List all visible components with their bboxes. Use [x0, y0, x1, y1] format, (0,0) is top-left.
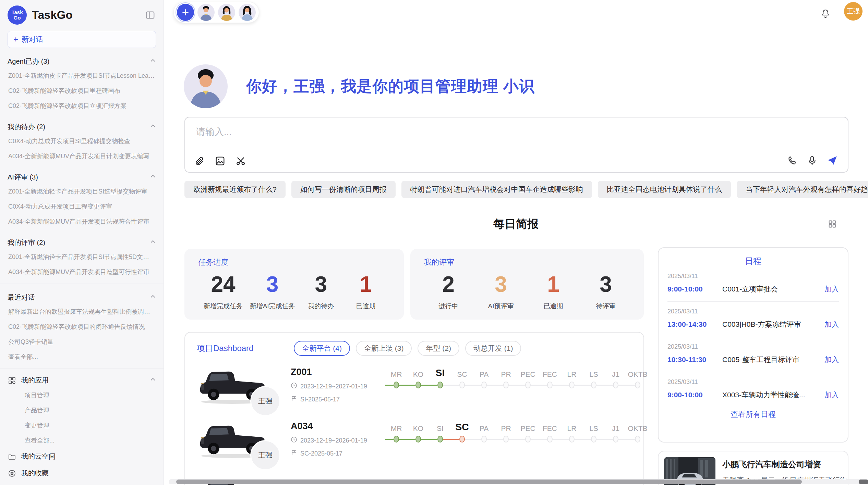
milestone: SI — [429, 420, 451, 464]
chat-input[interactable] — [195, 126, 780, 138]
stat-label: 我的待办 — [308, 302, 334, 311]
milestone-label: LR — [561, 365, 583, 381]
milestone-dot — [547, 382, 553, 388]
sidebar-task-item[interactable]: Z001-全新燃油轻卡产品开发项目SI节点属性5D文件评审 — [8, 249, 156, 264]
milestone-dot — [415, 382, 421, 388]
mic-icon[interactable] — [807, 155, 818, 166]
logo-line1: Task — [11, 10, 23, 15]
project-list: 王强Z0012023-12-19~2027-01-19SI-2025-05-17… — [185, 365, 643, 485]
recent-chats-header[interactable]: 最近对话 — [8, 291, 156, 304]
bell-icon[interactable] — [820, 8, 831, 19]
sidebar-task-item[interactable]: C0X4-动力总成开发项目SI里程碑提交物检查 — [8, 134, 156, 149]
milestone-label: PEC — [517, 365, 539, 381]
schedule-time: 10:30-11:30 — [667, 356, 722, 364]
stats-row-0: 24新增完成任务3新增AI完成任务3我的待办1已逾期 — [198, 273, 390, 311]
sidebar-task-item[interactable]: A034-全新新能源MUV产品开发项目造型可行性评审 — [8, 264, 156, 279]
sidebar-item-my-apps[interactable]: 我的应用 — [8, 373, 156, 388]
project-dashboard-card: 项目Dashboard 全新平台 (4)全新上装 (3)年型 (2)动总开发 (… — [184, 332, 644, 485]
milestone: LS — [583, 365, 605, 410]
milestone-dot — [635, 436, 640, 443]
milestone-track: MRKOSISCPAPRPECFECLRLSJ1OKTB — [385, 365, 649, 410]
milestone-label: SC — [451, 365, 473, 381]
recent-chat-item[interactable]: 解释最新出台的欧盟报废车法规再生塑料比例被调至15%... — [8, 304, 156, 319]
sidebar-task-item[interactable]: C0X4-动力总成开发项目工程变更评审 — [8, 199, 156, 214]
section-header[interactable]: AI评审 (3) — [8, 171, 156, 184]
join-button[interactable]: 加入 — [824, 320, 839, 329]
dashboard-tabs: 全新平台 (4)全新上装 (3)年型 (2)动总开发 (1) — [294, 341, 521, 356]
app-item[interactable]: 变更管理 — [8, 418, 156, 433]
recent-view-all[interactable]: 查看全部... — [8, 349, 156, 364]
milestone-label: SI — [429, 365, 451, 381]
milestone: J1 — [605, 420, 627, 464]
sidebar-task-item[interactable]: C02-飞腾新能源轻客改款项目立项汇报方案 — [8, 98, 156, 113]
paperclip-icon[interactable] — [195, 156, 205, 166]
milestone-label: SC — [451, 420, 473, 435]
member-avatar[interactable] — [197, 4, 215, 21]
image-icon[interactable] — [215, 156, 226, 166]
user-avatar[interactable]: 王强 — [844, 2, 863, 21]
recent-chat-item[interactable]: C02-飞腾新能源轻客改款项目的闭环通告反馈情况 — [8, 319, 156, 334]
stat-label: 待评审 — [596, 302, 616, 311]
suggestion-chip[interactable]: 当下年轻人对汽车外观有怎样的喜好趋势 — [737, 181, 868, 198]
milestone-label: KO — [407, 420, 429, 435]
stat: 2进行中 — [430, 273, 467, 311]
member-avatar[interactable] — [239, 4, 256, 21]
new-chat-button[interactable]: + 新对话 — [8, 31, 156, 48]
view-all-schedule[interactable]: 查看所有日程 — [659, 409, 848, 420]
milestone-label: LS — [583, 420, 605, 435]
scrollbar-right-segment[interactable] — [859, 480, 868, 484]
sidebar-header: Task Go TaskGo — [8, 5, 156, 25]
sidebar-task-item[interactable]: A034-全新新能源MUV产品开发项目法规符合性评审 — [8, 214, 156, 229]
milestone-dot — [503, 382, 509, 388]
join-button[interactable]: 加入 — [824, 390, 839, 400]
dashboard-tab[interactable]: 年型 (2) — [418, 341, 459, 356]
scissors-icon[interactable] — [235, 156, 246, 166]
suggestion-chip[interactable]: 比亚迪全固态电池计划具体说了什么 — [598, 181, 731, 198]
suggestion-chip[interactable]: 欧洲新规最近颁布了什么? — [184, 181, 286, 198]
layout-grid-icon[interactable] — [828, 219, 837, 230]
clock-icon — [291, 382, 297, 390]
milestone-label: SI — [429, 420, 451, 435]
milestone: SI — [429, 365, 451, 410]
app-item[interactable]: 产品管理 — [8, 403, 156, 418]
phone-icon[interactable] — [787, 155, 798, 166]
suggestion-chip[interactable]: 如何写一份清晰的项目周报 — [291, 181, 396, 198]
dashboard-tab[interactable]: 全新上装 (3) — [356, 341, 412, 356]
horizontal-scrollbar-thumb[interactable] — [176, 480, 802, 484]
section-header[interactable]: Agent已办 (3) — [8, 55, 156, 68]
sidebar-task-item[interactable]: A034-全新新能源MUV产品开发项目计划变更表编写 — [8, 149, 156, 164]
project-owner-avatar[interactable]: 王强 — [250, 386, 280, 416]
project-row: 王强Z0012023-12-19~2027-01-19SI-2025-05-17… — [185, 365, 643, 410]
join-button[interactable]: 加入 — [824, 284, 839, 294]
add-member-button[interactable] — [177, 4, 194, 21]
chevron-up-icon — [150, 58, 156, 65]
milestone-dot — [525, 382, 531, 388]
stat: 1已逾期 — [534, 273, 572, 311]
app-item[interactable]: 项目管理 — [8, 388, 156, 403]
milestone-dot — [415, 436, 421, 443]
milestone: KO — [407, 365, 429, 410]
sidebar-task-item[interactable]: C02-飞腾新能源轻客改款项目里程碑画布 — [8, 83, 156, 98]
sidebar-item-cloud-space[interactable]: 我的云空间 — [8, 448, 156, 465]
recent-chat-item[interactable]: 公司Q3轻卡销量 — [8, 334, 156, 349]
milestone-label: OKTB — [627, 365, 649, 381]
send-icon[interactable] — [827, 155, 838, 166]
dashboard-tab[interactable]: 动总开发 (1) — [465, 341, 521, 356]
suggestion-chip[interactable]: 特朗普可能对进口汽车增税会对中国车企造成哪些影响 — [401, 181, 592, 198]
project-owner-avatar[interactable]: 王强 — [250, 440, 280, 470]
apps-view-all[interactable]: 查看全部... — [8, 433, 156, 448]
flag-icon — [291, 449, 297, 458]
section-header[interactable]: 我的评审 (2) — [8, 236, 156, 249]
stat-label: AI预评审 — [488, 302, 514, 311]
join-button[interactable]: 加入 — [824, 355, 839, 364]
schedule-card: 日程 2025/03/119:00-10:00C001-立项审批会加入2025/… — [658, 247, 848, 443]
sidebar-task-item[interactable]: Z001-全新燃油轻卡产品开发项目SI造型提交物评审 — [8, 184, 156, 199]
member-avatar[interactable] — [218, 4, 235, 21]
section-header[interactable]: 我的待办 (2) — [8, 120, 156, 134]
dashboard-tab[interactable]: 全新平台 (4) — [294, 341, 350, 356]
sidebar-item-favorites[interactable]: 我的收藏 — [8, 465, 156, 482]
schedule-title-text: C001-立项审批会 — [722, 284, 820, 294]
sidebar-task-item[interactable]: Z001-全新燃油皮卡产品开发项目SI节点Lesson Learn报告 — [8, 68, 156, 83]
panel-collapse-icon[interactable] — [144, 9, 156, 21]
milestone: OKTB — [627, 420, 649, 464]
